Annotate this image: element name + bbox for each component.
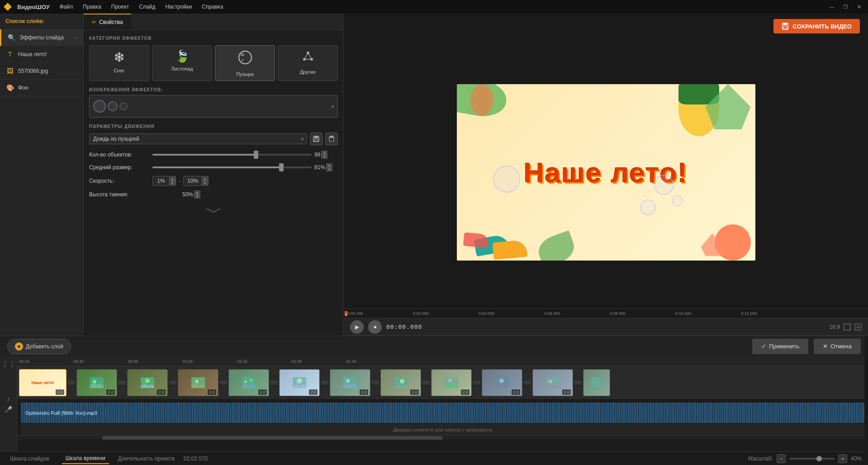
objects-slider-track (152, 154, 312, 156)
bg-icon: 🎨 (5, 84, 14, 91)
menu-item-Проект[interactable]: Проект (107, 2, 134, 12)
cancel-button[interactable]: ✕ Отмена (814, 339, 861, 354)
play-button[interactable]: ▶ (350, 320, 364, 334)
zoom-out-button[interactable]: − (777, 454, 786, 463)
slide-7[interactable]: 2.0 (330, 369, 370, 396)
objects-spinner[interactable]: ▲ ▼ (321, 151, 327, 159)
expand-icon[interactable] (854, 323, 862, 331)
aspect-value: 16:9 (830, 324, 840, 330)
slide-11[interactable]: 2.0 (532, 369, 573, 396)
svg-point-35 (448, 379, 452, 382)
status-tab-timeline[interactable]: Шкала времени (62, 453, 109, 464)
audio-track[interactable]: Optimistic Full (With Voc).mp3 (21, 403, 864, 423)
slide-9[interactable]: 2.0 (431, 369, 472, 396)
slide-12-inner (583, 370, 610, 396)
timeline-ruler-row: 00:15 00:30 00:45 01:00 01:15 01:30 01:4… (17, 356, 868, 366)
size-up-btn[interactable]: ▲ (326, 163, 332, 167)
size-slider[interactable] (152, 163, 312, 171)
effect-cat-snow[interactable]: ❄ Снег (89, 45, 149, 81)
slide-3-duration: 2.0 (157, 389, 166, 395)
tab-properties[interactable]: ✏ Свойства (84, 14, 131, 30)
effect-cat-other[interactable]: Другие (278, 45, 338, 81)
menu-item-Справка[interactable]: Справка (197, 2, 228, 12)
fullscreen-icon[interactable] (844, 323, 851, 331)
sidebar-bg-label: Фон (18, 85, 28, 91)
stop-button[interactable]: ■ (368, 320, 382, 334)
slide-10[interactable]: 2.0 (482, 369, 522, 396)
mic-track[interactable]: Дважды кликните для записи с микрофона (21, 423, 864, 436)
svg-point-24 (195, 380, 199, 383)
size-param-row: Средний размер: 81% ▲ ▼ (89, 163, 338, 171)
size-spinner[interactable]: ▲ ▼ (326, 163, 332, 171)
objects-number: 98 (314, 152, 320, 158)
slide-8[interactable]: 2.0 (380, 369, 421, 396)
slide-2[interactable]: 2.0 (76, 369, 117, 396)
menu-item-Слайд[interactable]: Слайд (134, 2, 160, 12)
zoom-slider[interactable] (789, 458, 835, 460)
menu-item-Файл[interactable]: Файл (55, 2, 78, 12)
slide-1[interactable]: Наше лето! 2.0 (19, 369, 66, 396)
apply-button[interactable]: ✓ Применить (752, 339, 808, 354)
zoom-in-button[interactable]: + (838, 454, 847, 463)
window-controls: — ❐ ✕ (826, 3, 864, 11)
fade-up-btn[interactable]: ▲ (194, 190, 200, 195)
delete-preset-button[interactable] (325, 133, 338, 145)
fade-spinner[interactable]: ▲ ▼ (194, 190, 200, 199)
maximize-button[interactable]: ❐ (840, 3, 851, 11)
menu-item-Правка[interactable]: Правка (78, 2, 106, 12)
effect-cat-leaf[interactable]: 🍃 Листопад (152, 45, 212, 81)
add-layer-plus-icon: + (15, 342, 23, 351)
fade-slider (152, 190, 180, 199)
slide-12[interactable] (583, 369, 610, 396)
save-preset-button[interactable] (310, 133, 323, 145)
speed-max-up[interactable]: ▲ (202, 177, 208, 181)
speed-min-up[interactable]: ▲ (169, 177, 175, 181)
speed-max-input[interactable]: 10% ▲ ▼ (183, 176, 209, 186)
app-logo-icon (4, 3, 12, 11)
status-tab-slides[interactable]: Шкала слайдов (6, 454, 53, 464)
preset-select[interactable]: Дождь из пузырей (89, 133, 307, 144)
objects-slider[interactable] (152, 151, 312, 159)
slide-6[interactable]: 2.0 (279, 369, 320, 396)
save-video-button[interactable]: СОХРАНИТЬ ВИДЕО (773, 19, 860, 33)
objects-down-btn[interactable]: ▼ (321, 155, 327, 159)
slide-3[interactable]: 2.0 (127, 369, 168, 396)
speed-min-down[interactable]: ▼ (169, 181, 175, 185)
menu-item-Настройки[interactable]: Настройки (161, 2, 196, 12)
sidebar-item-text-layer[interactable]: T Наше лето! (0, 46, 83, 63)
svg-point-22 (145, 379, 150, 383)
sidebar-item-effects[interactable]: 🔍 Эффекты слайда → (0, 29, 83, 46)
h-scrollbar[interactable] (17, 435, 868, 440)
speed-min-input[interactable]: 1% ▲ ▼ (152, 176, 176, 186)
properties-panel: КАТЕГОРИИ ЭФФЕКТОВ ❄ Снег 🍃 Листопад (84, 30, 343, 336)
size-down-btn[interactable]: ▼ (326, 167, 332, 171)
leaf-icon: 🍃 (175, 49, 190, 63)
speed-max-down[interactable]: ▼ (202, 181, 208, 185)
close-button[interactable]: ✕ (854, 3, 864, 11)
mic-track-icon[interactable]: 🎤 (5, 406, 12, 413)
flip-flop-3 (463, 232, 489, 248)
preset-row: Дождь из пузырей (89, 133, 338, 145)
minimize-button[interactable]: — (826, 3, 837, 11)
effect-cat-bubble[interactable]: Пузыри (215, 45, 275, 81)
objects-slider-thumb[interactable] (254, 151, 258, 159)
add-layer-button[interactable]: + Добавить слой (7, 339, 71, 354)
slide-4[interactable]: 2.0 (178, 369, 218, 396)
zoom-slider-thumb[interactable] (816, 456, 822, 461)
audio-track-icon[interactable]: ♪ (7, 395, 10, 402)
slide-5[interactable]: 2.0 (228, 369, 269, 396)
speed-min-spinner[interactable]: ▲ ▼ (169, 177, 175, 185)
effect-images-label: ИЗОБРАЖЕНИЯ ЭФФЕКТОВ: (89, 87, 338, 92)
tab-properties-label: Свойства (99, 19, 123, 25)
fade-down-btn[interactable]: ▼ (194, 195, 200, 199)
size-slider-thumb[interactable] (279, 163, 284, 171)
sep-5 (269, 371, 279, 394)
speed-max-spinner[interactable]: ▲ ▼ (202, 177, 208, 185)
sidebar-item-background[interactable]: 🎨 Фон (0, 80, 83, 96)
objects-up-btn[interactable]: ▲ (321, 151, 327, 155)
track-move-icon[interactable]: ⋮⋮ (1, 360, 16, 369)
sidebar-item-image[interactable]: 🖼 5570066.jpg (0, 63, 83, 80)
h-scrollbar-thumb[interactable] (102, 436, 442, 440)
effect-images-dropdown[interactable]: ▾ (89, 95, 338, 118)
sep-4 (218, 371, 228, 394)
